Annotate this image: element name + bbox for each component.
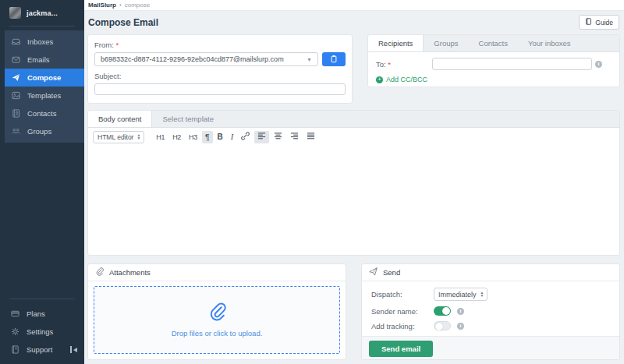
sidebar-item-label: Compose <box>27 73 61 82</box>
info-icon[interactable]: i <box>457 308 464 315</box>
editor-toolbar: HTML editor ▴▾ H1 H2 H3 ¶ B I <box>88 128 619 146</box>
contacts-icon <box>12 107 20 121</box>
editor-body[interactable] <box>88 146 619 255</box>
breadcrumb: MailSlurp › compose <box>84 0 624 11</box>
sidebar-item-groups[interactable]: Groups <box>5 122 84 140</box>
editor-card: Body content Select template HTML editor… <box>87 110 620 256</box>
info-icon[interactable]: i <box>457 323 464 330</box>
sender-name-label: Sender name: <box>371 307 434 316</box>
dispatch-select[interactable]: Immediately ▴▾ <box>434 288 488 301</box>
attachments-header: Attachments <box>88 264 346 281</box>
support-icon <box>11 343 20 357</box>
tab-groups[interactable]: Groups <box>424 35 468 51</box>
from-label: From: * <box>94 41 346 49</box>
sidebar-item-label: Emails <box>27 55 50 64</box>
avatar <box>9 7 21 19</box>
sidebar-item-support[interactable]: Support <box>0 341 84 359</box>
editor-mode-select[interactable]: HTML editor ▴▾ <box>93 131 144 143</box>
subject-label: Subject: <box>94 72 346 80</box>
tab-your-inboxes[interactable]: Your inboxes <box>518 35 581 51</box>
to-input[interactable] <box>432 58 592 70</box>
toggle-knob <box>442 307 450 315</box>
link-icon <box>241 132 250 142</box>
dispatch-label: Dispatch: <box>371 290 434 299</box>
sidebar-item-settings[interactable]: Settings <box>0 323 84 341</box>
from-card: From: * b698332c-d887-4112-9296-92ebc04c… <box>87 34 353 104</box>
paragraph-button[interactable]: ¶ <box>202 131 213 143</box>
required-marker: * <box>388 60 391 69</box>
breadcrumb-app[interactable]: MailSlurp <box>88 2 116 9</box>
sidebar-item-emails[interactable]: Emails <box>5 51 84 69</box>
templates-icon <box>12 89 20 103</box>
send-email-button[interactable]: Send email <box>369 341 433 357</box>
add-cc-bcc-label: Add CC/BCC <box>386 76 427 83</box>
align-justify-button[interactable] <box>303 131 318 143</box>
sender-name-row: Sender name: i <box>371 306 610 316</box>
from-select-value: b698332c-d887-4112-9296-92ebc04cd877@mai… <box>101 55 284 63</box>
heading2-button[interactable]: H2 <box>169 131 184 143</box>
add-tracking-label: Add tracking: <box>371 322 434 330</box>
recipients-tabbar: Recipients Groups Contacts Your inboxes <box>368 35 619 52</box>
tab-contacts[interactable]: Contacts <box>469 35 519 51</box>
guide-button[interactable]: Guide <box>579 15 619 30</box>
info-icon[interactable]: i <box>595 61 602 68</box>
sidebar-item-compose[interactable]: Compose <box>5 69 84 87</box>
attachments-card: Attachments Drop files or click to uploa… <box>87 263 346 360</box>
align-left-icon <box>257 132 266 142</box>
sidebar-item-label: Contacts <box>27 109 57 118</box>
select-carets-icon: ▴▾ <box>481 292 484 297</box>
sender-name-toggle[interactable] <box>434 306 451 316</box>
sidebar-item-label: Groups <box>27 127 51 136</box>
sidebar-item-templates[interactable]: Templates <box>5 87 84 104</box>
sidebar-item-label: Plans <box>27 309 45 318</box>
page-content: Compose Email Guide From: * b698332c-d88… <box>84 11 624 364</box>
attachments-body: Drop files or click to upload. <box>88 281 346 359</box>
from-row: b698332c-d887-4112-9296-92ebc04cd877@mai… <box>94 52 346 66</box>
sidebar-item-plans[interactable]: Plans <box>0 305 84 323</box>
italic-button[interactable]: I <box>228 131 237 143</box>
collapse-sidebar-icon[interactable] <box>70 346 77 353</box>
from-select[interactable]: b698332c-d887-4112-9296-92ebc04cd877@mai… <box>94 52 318 66</box>
sidebar-divider <box>9 299 75 299</box>
tab-body-content[interactable]: Body content <box>88 111 152 127</box>
attachments-dropzone[interactable]: Drop files or click to upload. <box>94 286 340 354</box>
link-button[interactable] <box>238 131 253 143</box>
bottom-row: Attachments Drop files or click to uploa… <box>87 263 620 360</box>
breadcrumb-page: compose <box>125 2 150 9</box>
sidebar-item-inboxes[interactable]: Inboxes <box>5 33 84 51</box>
editor-tabbar: Body content Select template <box>88 111 619 128</box>
send-header: Send <box>362 264 619 281</box>
inbox-icon <box>12 35 20 49</box>
add-cc-bcc-link[interactable]: + Add CC/BCC <box>376 76 612 83</box>
plus-circle-icon: + <box>376 76 383 83</box>
bold-button[interactable]: B <box>214 131 226 143</box>
heading1-button[interactable]: H1 <box>153 131 168 143</box>
copy-button[interactable] <box>322 52 346 66</box>
page-title: Compose Email <box>88 17 158 28</box>
sidebar-footer: Plans Settings Support <box>0 299 84 359</box>
align-right-button[interactable] <box>287 131 302 143</box>
heading3-button[interactable]: H3 <box>186 131 200 143</box>
user-profile[interactable]: jackma... <box>0 0 84 26</box>
username: jackma... <box>27 9 58 17</box>
send-title: Send <box>383 268 400 277</box>
subject-input[interactable] <box>94 83 346 95</box>
sidebar-item-contacts[interactable]: Contacts <box>5 104 84 122</box>
top-row: From: * b698332c-d887-4112-9296-92ebc04c… <box>87 34 620 104</box>
sidebar-divider <box>9 26 75 27</box>
tab-select-template[interactable]: Select template <box>152 111 223 127</box>
tab-recipients[interactable]: Recipients <box>368 35 424 51</box>
book-icon <box>585 18 592 27</box>
guide-button-label: Guide <box>595 19 613 27</box>
dispatch-row: Dispatch: Immediately ▴▾ <box>371 288 610 301</box>
add-tracking-toggle[interactable] <box>434 321 451 330</box>
align-left-button[interactable] <box>254 131 269 143</box>
to-label: To: * <box>376 60 432 69</box>
sidebar-nav: Inboxes Emails Compose Templates Contact… <box>5 30 84 143</box>
toggle-knob <box>435 323 443 330</box>
emails-icon <box>12 53 20 67</box>
align-center-button[interactable] <box>271 131 285 143</box>
align-justify-icon <box>307 132 315 142</box>
sidebar-item-label: Settings <box>27 327 53 336</box>
sidebar: jackma... Inboxes Emails Compose Templat… <box>0 0 84 364</box>
